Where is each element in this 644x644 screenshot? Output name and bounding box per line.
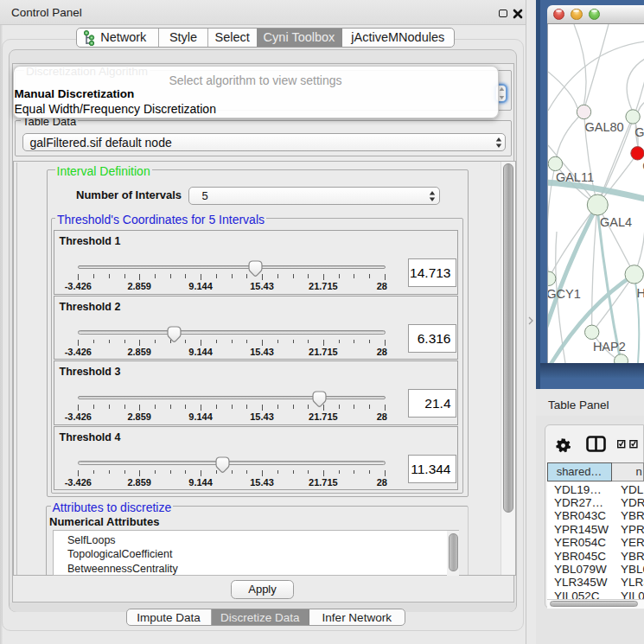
svg-text:GAL11: GAL11	[555, 170, 593, 184]
svg-text:GA: GA	[634, 125, 644, 139]
svg-text:GCY1: GCY1	[548, 287, 581, 301]
svg-text:GAL80: GAL80	[584, 120, 623, 134]
svg-text:H: H	[636, 286, 644, 300]
svg-text:GAL4: GAL4	[600, 215, 632, 229]
svg-text:HAP2: HAP2	[592, 340, 625, 354]
